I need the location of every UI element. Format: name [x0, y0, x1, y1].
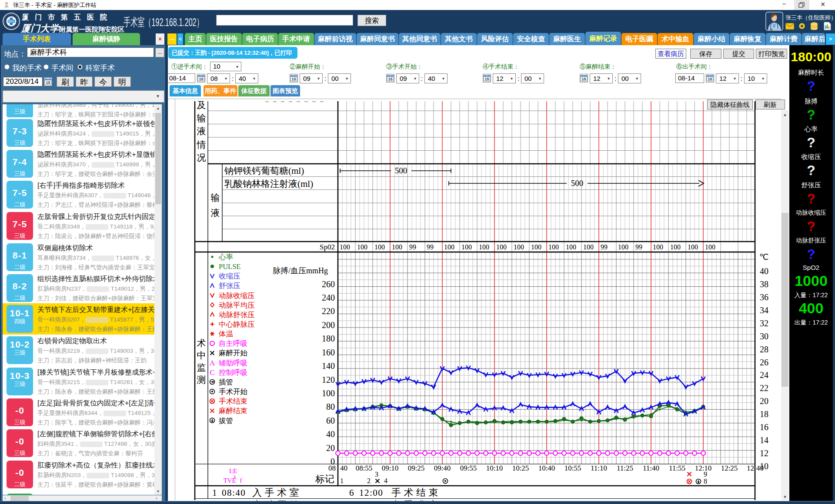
svg-text:℃: ℃ [759, 252, 768, 262]
svg-text:9: 9 [704, 471, 707, 478]
svg-text:20: 20 [760, 396, 768, 406]
svg-text:260: 260 [322, 279, 335, 289]
svg-text:输: 输 [197, 113, 206, 123]
svg-text:及: 及 [197, 100, 206, 110]
svg-text:99: 99 [635, 243, 642, 251]
svg-text:100: 100 [670, 243, 681, 251]
svg-text:220: 220 [322, 306, 335, 316]
svg-text:100: 100 [531, 243, 541, 251]
svg-text:f: f [240, 477, 242, 484]
svg-text:09:25: 09:25 [408, 464, 425, 472]
svg-text:控制呼吸: 控制呼吸 [219, 368, 247, 377]
svg-text:1: 1 [212, 487, 217, 498]
svg-text:15: 15 [484, 77, 489, 81]
svg-text:140: 140 [322, 361, 335, 371]
svg-text:120: 120 [322, 375, 335, 385]
svg-text:99: 99 [409, 243, 416, 251]
svg-text:8: 8 [704, 477, 707, 485]
svg-text:40: 40 [756, 464, 764, 472]
svg-text:15: 15 [291, 77, 296, 81]
svg-text:自主呼吸: 自主呼吸 [219, 339, 247, 348]
svg-text:500: 500 [571, 179, 584, 188]
svg-text:26: 26 [760, 358, 768, 367]
svg-text:28: 28 [760, 345, 768, 354]
svg-text:100: 100 [688, 243, 698, 251]
svg-text:08:40: 08:40 [222, 487, 246, 498]
svg-text:100: 100 [705, 243, 715, 251]
svg-text:100: 100 [514, 243, 524, 251]
svg-text:08: 08 [328, 464, 336, 472]
svg-text:100: 100 [653, 243, 663, 251]
svg-text:C: C [210, 368, 214, 377]
svg-text:中心静脉压: 中心静脉压 [219, 320, 255, 328]
svg-text:08:55: 08:55 [356, 464, 373, 472]
svg-text:40: 40 [340, 464, 347, 472]
svg-text:12: 12 [760, 448, 768, 458]
svg-text:10:25: 10:25 [512, 464, 529, 472]
svg-text:10:40: 10:40 [538, 464, 555, 472]
svg-text:09:40: 09:40 [434, 464, 451, 472]
svg-text:40: 40 [326, 429, 335, 439]
svg-text:100: 100 [496, 243, 507, 251]
svg-text:Sp02: Sp02 [320, 243, 335, 251]
svg-text:160: 160 [322, 348, 335, 357]
svg-text:11:25: 11:25 [617, 464, 633, 472]
svg-text:100: 100 [340, 243, 350, 251]
svg-text:PULSE: PULSE [219, 262, 240, 271]
svg-text:100: 100 [444, 243, 454, 251]
svg-text:14: 14 [760, 435, 768, 445]
svg-text:60: 60 [326, 416, 335, 425]
svg-text:体温: 体温 [218, 330, 234, 338]
svg-text:辅助呼吸: 辅助呼吸 [219, 359, 247, 367]
svg-text:况: 况 [197, 153, 206, 163]
svg-text:24: 24 [760, 370, 768, 380]
svg-text:钠钾镁钙葡萄糖(ml): 钠钾镁钙葡萄糖(ml) [224, 166, 304, 176]
svg-text:40: 40 [760, 266, 768, 276]
svg-text:500: 500 [395, 166, 407, 175]
svg-text:180: 180 [322, 334, 335, 343]
svg-text:20: 20 [326, 443, 335, 453]
svg-text:99: 99 [427, 243, 434, 251]
svg-text:18: 18 [760, 409, 768, 419]
svg-text:11:55: 11:55 [669, 464, 685, 472]
svg-text:测: 测 [197, 375, 206, 385]
svg-text:100: 100 [566, 243, 576, 251]
svg-text:100: 100 [357, 243, 367, 251]
svg-text:情: 情 [197, 139, 206, 150]
svg-text:11:10: 11:10 [591, 464, 607, 472]
svg-text:11:40: 11:40 [643, 464, 659, 472]
svg-text:手术结束: 手术结束 [219, 397, 247, 405]
svg-text:100: 100 [374, 243, 385, 251]
svg-text:34: 34 [760, 305, 768, 315]
svg-text:15: 15 [46, 80, 50, 85]
svg-text:80: 80 [326, 402, 335, 411]
svg-text:32: 32 [760, 318, 768, 328]
svg-text:动脉平均压: 动脉平均压 [219, 301, 255, 309]
svg-text:液: 液 [211, 208, 220, 218]
svg-text:12:25: 12:25 [721, 464, 738, 472]
svg-text:液: 液 [197, 126, 206, 136]
svg-text:手术开始: 手术开始 [219, 388, 248, 396]
svg-text:09:10: 09:10 [382, 464, 399, 472]
svg-text:脉搏/血压mmHg: 脉搏/血压mmHg [273, 266, 328, 275]
svg-text:2: 2 [367, 477, 371, 484]
svg-text:100: 100 [322, 388, 335, 398]
svg-text:100: 100 [548, 243, 559, 251]
svg-text:09:55: 09:55 [460, 464, 477, 472]
svg-text:1: 1 [340, 477, 344, 484]
svg-text:100: 100 [392, 243, 402, 251]
svg-text:36: 36 [760, 292, 768, 302]
svg-text:15: 15 [581, 77, 586, 81]
svg-text:动脉收缩压: 动脉收缩压 [219, 292, 255, 300]
svg-text:6: 6 [349, 487, 354, 498]
svg-text:12:00: 12:00 [359, 487, 383, 498]
svg-text:收缩压: 收缩压 [219, 272, 240, 280]
svg-text:动脉舒张压: 动脉舒张压 [219, 311, 255, 319]
svg-text:240: 240 [322, 293, 335, 302]
svg-text:12: 12 [747, 464, 754, 472]
svg-text:12:10: 12:10 [695, 464, 712, 472]
svg-text:15: 15 [199, 77, 203, 81]
svg-text:乳酸钠林格注射液(ml): 乳酸钠林格注射液(ml) [224, 179, 313, 189]
svg-text:麻醉结束: 麻醉结束 [219, 407, 247, 415]
svg-text:术: 术 [197, 338, 206, 348]
